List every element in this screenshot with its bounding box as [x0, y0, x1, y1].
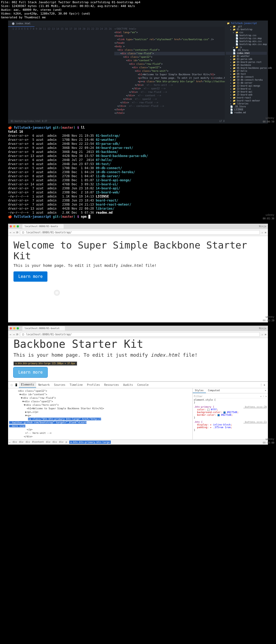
reload-icon[interactable]: ⟳	[16, 333, 18, 336]
maximize-icon[interactable]	[17, 225, 19, 227]
learn-more-button[interactable]: Learn more	[13, 271, 47, 282]
star-icon[interactable]: ☆	[261, 333, 263, 336]
dom-breadcrumb[interactable]: …divdivdiv#contentdivdivdivpa.btn.btn-pr…	[8, 439, 268, 445]
terminal[interactable]: 🍎 fullstack-javascript git:(master) $ ll…	[0, 124, 276, 220]
elements-tree[interactable]: <div class="span12"> ▼<div id="content">…	[8, 388, 192, 439]
tree-folder[interactable]: ▸ 📁 06-board-backbone-parse-sdk	[226, 67, 267, 70]
back-icon[interactable]: ←	[10, 333, 11, 336]
devtools-tab-resources[interactable]: Resources	[102, 382, 121, 388]
extension-label: Ninja	[259, 327, 266, 330]
devtools-menu-icon[interactable]: ⋮	[260, 383, 263, 386]
address-bar[interactable]: 🗋 localhost:8080/01-bootstrap/	[20, 230, 260, 235]
forward-icon[interactable]: →	[13, 333, 15, 336]
devtools-tab-sources[interactable]: Sources	[52, 382, 67, 388]
tree-folder[interactable]: ▸ 📁 04-board-parse-rest	[226, 61, 267, 64]
address-bar[interactable]: 🗋 localhost:8080/01-bootstrap/	[20, 332, 260, 337]
styles-pane[interactable]: StylesComputed» Filter + ⁝ ✕ element.sty…	[192, 388, 268, 439]
tree-file[interactable]: 📄 readme.md	[226, 111, 267, 114]
styles-tab-styles[interactable]: Styles	[193, 388, 206, 393]
breadcrumb-item[interactable]: div	[19, 441, 23, 444]
tree-folder[interactable]: ▸ 📁 board-react-meteor	[226, 99, 267, 102]
tree-file[interactable]: 📄 .DS_Store	[226, 105, 267, 108]
video-metadata: File: 002 Full Stack JavaScript Twitter …	[0, 0, 276, 20]
tree-folder[interactable]: ▸ 📁 15-board-web	[226, 93, 267, 96]
reload-icon[interactable]: ⟳	[16, 231, 18, 234]
devtools-tab-console[interactable]: Console	[135, 382, 151, 388]
inspector-tooltip: a.btn.btn-primary.btn-large 115.188px × …	[13, 362, 77, 366]
tree-file[interactable]: 📄 bootstrap.css.map	[226, 37, 267, 40]
tree-folder[interactable]: ▸ 📁 12-board-api-mongo	[226, 84, 267, 87]
page-heading: Welcome to Super Simple Backbone Starter…	[13, 240, 263, 261]
device-icon[interactable]: 📱	[13, 382, 19, 387]
devtools-tab-elements[interactable]: Elements	[19, 382, 36, 388]
breadcrumb-item[interactable]: div	[53, 441, 57, 444]
browser-tab[interactable]: localhost:8080/01-bootst	[22, 326, 65, 330]
star-icon[interactable]: ☆	[261, 231, 263, 234]
tree-folder[interactable]: ▸ 📁 14-board-api	[226, 90, 267, 93]
tree-folder[interactable]: ▸ 📁 07-hello	[226, 70, 267, 73]
devtools[interactable]: ⬚ 📱 ElementsNetworkSourcesTimelineProfil…	[8, 381, 268, 445]
window-controls[interactable]: localhost:8080/01-boots Ninja	[8, 224, 268, 229]
maximize-icon[interactable]	[17, 327, 19, 329]
breadcrumb-item[interactable]: div	[12, 441, 17, 444]
tree-file[interactable]: 📄 index.html	[226, 52, 267, 55]
extension-label: Ninja	[259, 225, 266, 228]
browser-window-2: localhost:8080/01-bootst Ninja ← → ⟳ 🗋 l…	[8, 326, 268, 445]
devtools-tab-profiles[interactable]: Profiles	[85, 382, 102, 388]
tree-folder[interactable]: ▸ 📁 13-board-ui	[226, 87, 267, 90]
tree-folder[interactable]: ▸ 📁 08-test	[226, 73, 267, 76]
breadcrumb-item[interactable]: a.btn.btn-primary.btn-large	[69, 441, 111, 444]
devtools-tab-audits[interactable]: Audits	[121, 382, 135, 388]
udemy-watermark: udemy	[265, 315, 274, 319]
tree-file[interactable]: 📄 bootstrap.min.css	[226, 40, 267, 43]
close-icon[interactable]	[10, 327, 12, 329]
udemy-watermark: udemy	[265, 437, 274, 441]
tree-folder[interactable]: ▸ 📁 11-db-server	[226, 81, 267, 84]
file-tree[interactable]: 📁 fullstack-javascript ▸ 📁 .git▸ 📁 01-bo…	[225, 21, 268, 124]
frame-timestamp-1: 00:00:50	[263, 120, 274, 123]
page-subtext: This is your home page. To edit it just …	[13, 263, 263, 268]
forward-icon[interactable]: →	[13, 231, 15, 234]
tree-folder[interactable]: ▸ 📁 libraries	[226, 102, 267, 105]
window-controls[interactable]: localhost:8080/01-bootst Ninja	[8, 326, 268, 331]
tree-folder[interactable]: ▸ 📁 board-react	[226, 96, 267, 99]
breadcrumb-item[interactable]: p	[65, 441, 67, 444]
styles-tab-computed[interactable]: Computed	[206, 388, 222, 393]
tree-file[interactable]: 📄 .DS_Store	[226, 49, 267, 52]
back-icon[interactable]: ←	[10, 231, 11, 234]
tree-file[interactable]: 📄 bootstrap.css	[226, 34, 267, 37]
line-gutter: 1 2 3 4 5 6 7 8 9 10 11 12 13 14 15 16 1…	[8, 27, 114, 119]
tree-folder[interactable]: ▸ 📁 .git	[226, 25, 267, 28]
tree-folder[interactable]: ▸ 📁 03-parse-sdk	[226, 58, 267, 61]
tree-file[interactable]: 📄 LICENSE	[226, 108, 267, 111]
close-icon[interactable]	[10, 225, 12, 227]
breadcrumb-item[interactable]: div	[26, 441, 30, 444]
menu-icon[interactable]: ≡	[265, 333, 266, 336]
breadcrumb-item[interactable]: #content	[32, 441, 44, 444]
devtools-close-icon[interactable]: ✕	[263, 382, 266, 387]
tree-folder[interactable]: ▸ 📁 js	[226, 46, 267, 49]
inspect-icon[interactable]: ⬚	[10, 382, 13, 387]
tree-folder[interactable]: ▸ 📁 01-bootstrap	[226, 28, 267, 31]
minimize-icon[interactable]	[13, 327, 15, 329]
frame-timestamp-2: 00:01:36	[263, 217, 274, 220]
tree-folder[interactable]: ▸ 📁 css	[226, 31, 267, 34]
learn-more-button-inspected[interactable]: Learn more	[13, 367, 47, 377]
breadcrumb-item[interactable]: div	[46, 441, 50, 444]
page-subtext: This is your home page. To edit it just …	[13, 352, 263, 358]
tree-folder[interactable]: ▸ 📁 02-weather	[226, 55, 267, 58]
browser-window-1: localhost:8080/01-boots Ninja ← → ⟳ 🗋 lo…	[8, 224, 268, 322]
editor-tab-index[interactable]: ⬤ index.html	[8, 21, 34, 27]
menu-icon[interactable]: ≡	[265, 231, 266, 234]
tree-folder[interactable]: ▸ 📁 05-backbone	[226, 64, 267, 67]
page-heading-clipped: Backbone Starter Kit	[13, 338, 263, 350]
minimize-icon[interactable]	[13, 225, 15, 227]
devtools-tab-network[interactable]: Network	[36, 382, 52, 388]
breadcrumb-item[interactable]: div	[59, 441, 63, 444]
tree-folder[interactable]: ▸ 📁 09-db-connect	[226, 76, 267, 79]
tree-folder[interactable]: ▸ 📁 10-db-connect-heroku	[226, 79, 267, 81]
breadcrumb-item[interactable]: …	[9, 441, 10, 444]
browser-tab[interactable]: localhost:8080/01-boots	[22, 224, 64, 229]
tree-file[interactable]: 📄 bootstrap.min.css.map	[226, 43, 267, 46]
devtools-tab-timeline[interactable]: Timeline	[68, 382, 85, 388]
